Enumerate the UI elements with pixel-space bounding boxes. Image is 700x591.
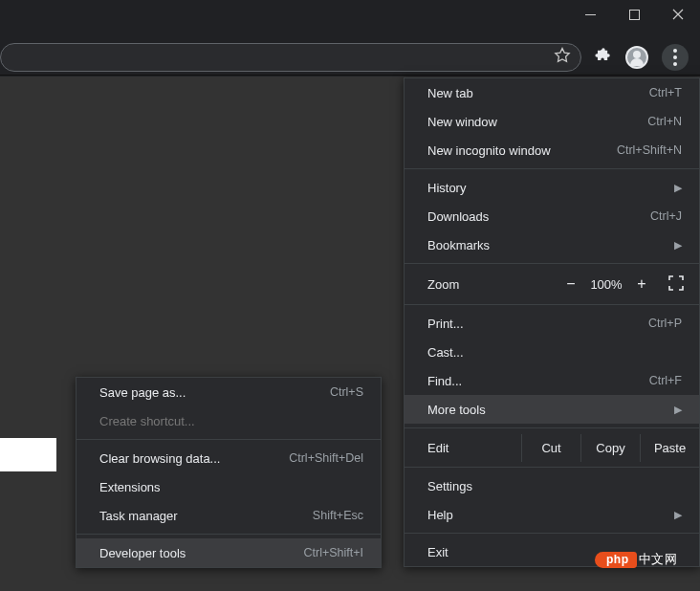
menu-item-new-incognito-window[interactable]: New incognito windowCtrl+Shift+N (405, 136, 699, 164)
extensions-icon[interactable] (595, 47, 612, 68)
menu-item-cast[interactable]: Cast... (405, 338, 699, 366)
zoom-row: Zoom − 100% + (405, 268, 699, 300)
bookmark-star-icon[interactable] (554, 47, 571, 68)
fullscreen-icon (668, 275, 684, 291)
menu-item-label: Task manager (99, 509, 178, 523)
menu-item-label: Print... (427, 317, 464, 331)
toolbar (0, 42, 700, 73)
menu-item-history[interactable]: History▶ (405, 173, 699, 202)
close-icon (672, 9, 684, 20)
minimize-button[interactable] (568, 0, 612, 29)
menu-item-label: New tab (427, 86, 473, 100)
menu-item-label: Find... (427, 374, 462, 388)
menu-item-shortcut: Ctrl+S (330, 385, 363, 399)
menu-divider (405, 304, 699, 305)
svg-rect-0 (629, 10, 639, 19)
chevron-right-icon: ▶ (674, 239, 682, 252)
watermark-pill: php (595, 552, 637, 568)
zoom-value: 100% (582, 277, 630, 292)
chevron-right-icon: ▶ (674, 182, 682, 194)
menu-item-print[interactable]: Print...Ctrl+P (405, 309, 699, 338)
menu-item-shortcut: Ctrl+Shift+N (617, 143, 682, 157)
menu-item-shortcut: Ctrl+Shift+I (303, 546, 363, 559)
more-tools-submenu: Save page as...Ctrl+SCreate shortcut...C… (76, 377, 382, 568)
menu-item-shortcut: Shift+Esc (313, 509, 363, 522)
menu-item-downloads[interactable]: DownloadsCtrl+J (405, 202, 699, 230)
menu-item-label: Developer tools (99, 546, 186, 560)
watermark: php 中文网 (595, 551, 677, 568)
edit-label: Edit (427, 441, 521, 455)
menu-item-task-manager[interactable]: Task managerShift+Esc (77, 501, 381, 530)
menu-divider (405, 427, 699, 428)
menu-item-create-shortcut: Create shortcut... (77, 406, 381, 435)
menu-item-label: Clear browsing data... (99, 451, 220, 466)
menu-item-new-tab[interactable]: New tabCtrl+T (405, 78, 699, 107)
menu-item-label: Cast... (427, 345, 464, 360)
menu-item-new-window[interactable]: New windowCtrl+N (405, 107, 699, 136)
menu-divider (405, 263, 699, 264)
profile-avatar[interactable] (625, 46, 648, 69)
menu-item-shortcut: Ctrl+T (649, 86, 682, 99)
menu-divider (77, 439, 381, 440)
zoom-label: Zoom (427, 277, 559, 292)
maximize-button[interactable] (612, 0, 656, 29)
menu-item-label: Bookmarks (427, 238, 490, 252)
minimize-icon (585, 10, 596, 20)
menu-item-settings[interactable]: Settings (405, 471, 699, 500)
paste-button[interactable]: Paste (640, 434, 699, 462)
menu-divider (405, 168, 699, 169)
menu-item-label: Settings (427, 479, 472, 493)
menu-item-label: New window (427, 115, 497, 129)
menu-item-label: Downloads (427, 209, 489, 224)
menu-item-label: Save page as... (99, 385, 186, 400)
menu-item-shortcut: Ctrl+J (650, 209, 682, 223)
address-bar[interactable] (0, 43, 581, 72)
menu-item-shortcut: Ctrl+P (648, 317, 682, 330)
zoom-in-button[interactable]: + (630, 275, 653, 293)
menu-item-help[interactable]: Help▶ (405, 500, 699, 529)
cut-button[interactable]: Cut (521, 434, 580, 462)
zoom-out-button[interactable]: − (559, 275, 582, 293)
menu-item-find[interactable]: Find...Ctrl+F (405, 366, 699, 395)
menu-item-label: Extensions (99, 480, 161, 494)
edit-row: Edit Cut Copy Paste (405, 432, 699, 463)
main-menu-button[interactable] (662, 44, 689, 71)
chevron-right-icon: ▶ (674, 404, 682, 416)
copy-button[interactable]: Copy (580, 434, 640, 462)
menu-item-label: Help (427, 508, 453, 522)
menu-item-label: History (427, 181, 466, 195)
menu-divider (77, 534, 381, 535)
watermark-text: 中文网 (639, 551, 678, 568)
menu-item-shortcut: Ctrl+N (647, 115, 682, 128)
menu-item-label: New incognito window (427, 143, 551, 158)
chevron-right-icon: ▶ (674, 509, 682, 521)
menu-divider (405, 467, 699, 468)
menu-item-label: Create shortcut... (99, 414, 195, 428)
menu-item-more-tools[interactable]: More tools▶ (405, 395, 699, 424)
menu-item-label: More tools (427, 403, 486, 417)
menu-item-label: Exit (427, 545, 448, 559)
menu-item-save-page-as[interactable]: Save page as...Ctrl+S (77, 378, 381, 406)
fullscreen-button[interactable] (668, 275, 684, 294)
menu-item-bookmarks[interactable]: Bookmarks▶ (405, 230, 699, 259)
maximize-icon (629, 10, 640, 20)
close-button[interactable] (656, 0, 700, 29)
menu-item-developer-tools[interactable]: Developer toolsCtrl+Shift+I (77, 538, 381, 567)
page-white-patch (0, 438, 56, 471)
main-menu: New tabCtrl+TNew windowCtrl+NNew incogni… (404, 77, 700, 567)
menu-item-shortcut: Ctrl+F (649, 374, 682, 387)
menu-item-extensions[interactable]: Extensions (77, 472, 381, 501)
window-controls (568, 0, 700, 29)
menu-item-shortcut: Ctrl+Shift+Del (289, 451, 363, 465)
toolbar-separator (0, 75, 700, 76)
menu-item-clear-browsing-data[interactable]: Clear browsing data...Ctrl+Shift+Del (77, 444, 381, 472)
menu-divider (405, 533, 699, 534)
